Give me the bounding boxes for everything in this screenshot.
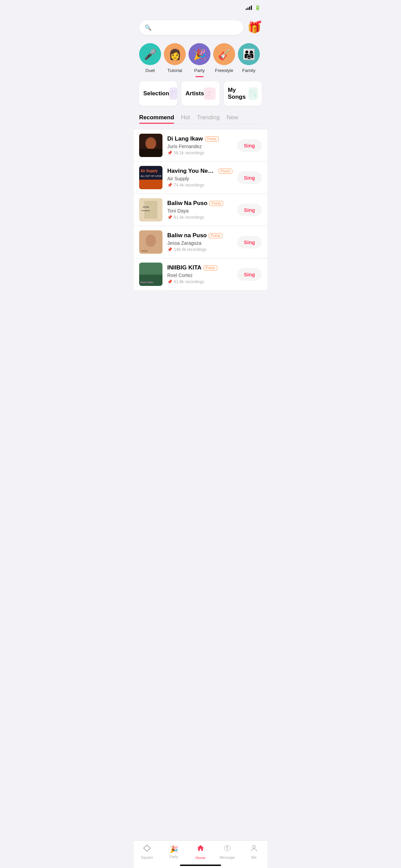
- svg-text:Jessa: Jessa: [141, 250, 147, 252]
- points-badge-1: Points: [205, 136, 219, 142]
- nav-label-square: Square: [141, 855, 153, 859]
- song-item[interactable]: JessaZaragoza Baliw Na Puso Points Toni …: [134, 194, 267, 226]
- app-header: [134, 13, 267, 20]
- svg-point-27: [253, 845, 255, 848]
- svg-text:Ruel Cortez: Ruel Cortez: [141, 281, 153, 284]
- nav-item-square[interactable]: Square: [137, 844, 157, 859]
- tab-section: Selection Artists My Songs: [134, 79, 267, 111]
- song-item[interactable]: Di Lang Ikaw Points Juris Fernandez 📌 58…: [134, 130, 267, 162]
- song-thumbnail-4: Jessa: [139, 230, 162, 254]
- tab-selection[interactable]: Selection: [139, 81, 177, 106]
- song-row-5[interactable]: Ruel Cortez INIIBIG KITA Points Roel Cor…: [134, 258, 267, 290]
- song-recordings-4: 📌 146.4k recordings: [167, 247, 232, 252]
- category-active-indicator: [195, 76, 204, 77]
- nav-label-message: Message: [220, 855, 235, 859]
- category-freestyle[interactable]: 🎸 Freestyle: [212, 43, 236, 79]
- pin-icon: 📌: [167, 150, 172, 155]
- song-title-row-3: Baliw Na Puso Points: [167, 200, 232, 207]
- sing-button-1[interactable]: Sing: [237, 139, 262, 152]
- home-icon: [196, 844, 205, 854]
- category-label-party: Party: [194, 68, 205, 73]
- category-party[interactable]: 🎉 Party: [187, 43, 212, 79]
- sing-button-3[interactable]: Sing: [237, 204, 262, 216]
- song-divider: [167, 290, 267, 291]
- svg-rect-25: [139, 275, 162, 286]
- nav-label-home: Home: [195, 856, 205, 860]
- mysongs-icon: [248, 87, 258, 100]
- category-duet[interactable]: 🎤 Duet: [138, 43, 162, 79]
- category-circle-family: 👨‍👩‍👧: [238, 43, 260, 65]
- song-title-1: Di Lang Ikaw: [167, 135, 203, 142]
- tab-selection-label: Selection: [143, 90, 169, 97]
- message-icon: [223, 844, 231, 854]
- song-row-4[interactable]: Jessa Baliw na Puso Points Jessa Zaragoz…: [134, 226, 267, 258]
- category-list: 🎤 Duet 👩 Tutorial 🎉 Party 🎸 Freestyle 👨‍…: [134, 40, 267, 79]
- bottom-nav: Square 🎉 Party Home Message Me: [134, 840, 267, 868]
- tab-mysongs-label: My Songs: [228, 87, 248, 100]
- svg-point-22: [146, 234, 156, 247]
- category-tutorial[interactable]: 👩 Tutorial: [162, 43, 187, 79]
- song-artist-5: Roel Cortez: [167, 273, 232, 278]
- song-item[interactable]: Ruel Cortez INIIBIG KITA Points Roel Cor…: [134, 258, 267, 291]
- svg-rect-0: [170, 90, 173, 93]
- song-title-row-1: Di Lang Ikaw Points: [167, 135, 232, 142]
- svg-rect-8: [255, 93, 255, 96]
- tab-mysongs[interactable]: My Songs: [224, 81, 262, 106]
- category-family[interactable]: 👨‍👩‍👧 Family: [236, 43, 261, 79]
- nav-item-home[interactable]: Home: [190, 844, 211, 860]
- search-bar[interactable]: 🔍: [139, 20, 243, 35]
- gift-notification-dot: [258, 21, 261, 23]
- rec-tab-hot[interactable]: Hot: [181, 114, 190, 124]
- nav-item-message[interactable]: Message: [217, 844, 238, 859]
- sing-button-5[interactable]: Sing: [237, 268, 262, 281]
- points-badge-2: Points: [219, 169, 232, 174]
- song-title-4: Baliw na Puso: [167, 232, 207, 239]
- square-icon: [143, 844, 151, 854]
- sing-button-4[interactable]: Sing: [237, 236, 262, 249]
- rec-tab-recommend[interactable]: Recommend: [139, 114, 174, 124]
- svg-rect-1: [174, 90, 177, 93]
- category-circle-duet: 🎤: [139, 43, 161, 65]
- rec-tab-trending[interactable]: Trending: [197, 114, 220, 124]
- song-recordings-5: 📌 61.8k recordings: [167, 279, 232, 284]
- song-item[interactable]: Jessa Baliw na Puso Points Jessa Zaragoz…: [134, 226, 267, 258]
- song-artist-1: Juris Fernandez: [167, 144, 232, 149]
- song-title-2: Having You Near Me (...: [167, 168, 217, 174]
- points-badge-4: Points: [209, 233, 222, 238]
- gift-button[interactable]: 🎁: [247, 20, 262, 35]
- song-artist-4: Jessa Zaragoza: [167, 240, 232, 246]
- signal-icon: [246, 5, 252, 10]
- song-info-4: Baliw na Puso Points Jessa Zaragoza 📌 14…: [167, 232, 232, 252]
- song-item[interactable]: Air SupplyALL OUT OF LOVE Having You Nea…: [134, 162, 267, 194]
- svg-text:ALL OUT OF LOVE: ALL OUT OF LOVE: [141, 175, 161, 177]
- song-row-3[interactable]: JessaZaragoza Baliw Na Puso Points Toni …: [134, 194, 267, 226]
- pin-icon: 📌: [167, 215, 172, 220]
- song-row-1[interactable]: Di Lang Ikaw Points Juris Fernandez 📌 58…: [134, 130, 267, 161]
- status-icons: 🔋: [246, 5, 260, 10]
- song-list: Di Lang Ikaw Points Juris Fernandez 📌 58…: [134, 127, 267, 293]
- song-title-5: INIIBIG KITA: [167, 264, 202, 271]
- sing-button-2[interactable]: Sing: [237, 171, 262, 184]
- category-label-tutorial: Tutorial: [168, 68, 182, 73]
- song-recordings-3: 📌 81.4k recordings: [167, 215, 232, 220]
- me-icon: [250, 844, 258, 854]
- song-artist-3: Toni Daya: [167, 208, 232, 214]
- rec-tab-new[interactable]: New: [227, 114, 238, 124]
- svg-rect-2: [170, 94, 173, 97]
- selection-icon: [169, 87, 178, 100]
- search-section: 🔍 🎁: [134, 20, 267, 40]
- song-thumbnail-2: Air SupplyALL OUT OF LOVE: [139, 166, 162, 189]
- svg-text:Jessa: Jessa: [143, 206, 149, 208]
- song-thumbnail-5: Ruel Cortez: [139, 263, 162, 286]
- status-bar: 🔋: [134, 0, 267, 13]
- svg-point-4: [210, 92, 212, 94]
- song-title-3: Baliw Na Puso: [167, 200, 207, 207]
- category-label-freestyle: Freestyle: [215, 68, 233, 73]
- song-info-3: Baliw Na Puso Points Toni Daya 📌 81.4k r…: [167, 200, 232, 220]
- tab-artists-label: Artists: [185, 90, 204, 97]
- nav-item-party[interactable]: 🎉 Party: [163, 845, 184, 859]
- nav-item-me[interactable]: Me: [244, 844, 264, 859]
- tab-artists[interactable]: Artists: [181, 81, 219, 106]
- pin-icon: 📌: [167, 279, 172, 284]
- song-row-2[interactable]: Air SupplyALL OUT OF LOVE Having You Nea…: [134, 162, 267, 193]
